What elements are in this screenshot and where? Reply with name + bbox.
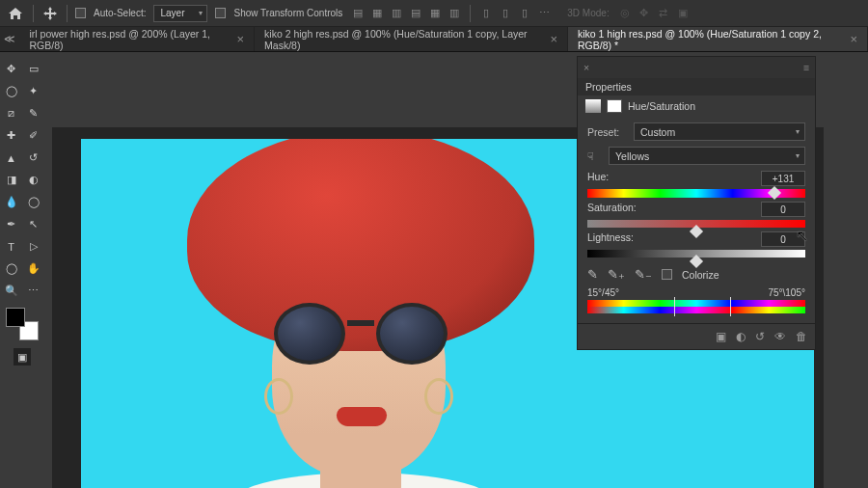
3d-slide-icon[interactable]: ⇄ bbox=[656, 6, 671, 21]
auto-select-value: Layer bbox=[160, 8, 184, 18]
colorize-checkbox[interactable] bbox=[662, 269, 672, 280]
path-tool[interactable]: ↖ bbox=[22, 213, 44, 235]
dodge-tool[interactable]: ◯ bbox=[22, 191, 44, 213]
eraser-tool[interactable]: ◨ bbox=[0, 169, 22, 191]
marquee-tool[interactable]: ▭ bbox=[22, 58, 44, 80]
channel-dropdown[interactable]: Yellows bbox=[609, 147, 805, 165]
tab-1[interactable]: kiko 2 high res.psd @ 100% (Hue/Saturati… bbox=[255, 27, 568, 51]
tab-0[interactable]: irl power high res.psd @ 200% (Layer 1, … bbox=[19, 27, 255, 51]
saturation-slider[interactable] bbox=[587, 220, 805, 228]
targeted-adjustment-tool[interactable]: ☟ bbox=[587, 150, 603, 162]
distribute-3-icon[interactable]: ▯ bbox=[517, 6, 532, 21]
eyedropper-tool[interactable]: ✎ bbox=[22, 102, 44, 124]
reset-icon[interactable]: ↺ bbox=[755, 330, 765, 343]
edit-toolbar[interactable]: ⋯ bbox=[22, 280, 44, 302]
align-left-icon[interactable]: ▤ bbox=[350, 6, 366, 21]
close-icon[interactable]: × bbox=[550, 32, 557, 46]
tabs-scroll-left[interactable]: ≪ bbox=[0, 27, 19, 51]
align-right-icon[interactable]: ▥ bbox=[389, 6, 404, 21]
distribute-2-icon[interactable]: ▯ bbox=[498, 6, 513, 21]
eyedropper-subtract-icon[interactable]: ✎₋ bbox=[635, 267, 652, 282]
blur-tool[interactable]: 💧 bbox=[0, 191, 22, 213]
previous-state-icon[interactable]: ◐ bbox=[736, 330, 746, 343]
tools-panel: ✥ ▭ ◯ ✦ ⧄ ✎ ✚ ✐ ▲ ↺ ◨ ◐ 💧 ◯ ✒ ↖ T ▷ ◯ ✋ … bbox=[0, 56, 44, 367]
history-brush-tool[interactable]: ↺ bbox=[22, 147, 44, 169]
align-vcenter-icon[interactable]: ▦ bbox=[427, 6, 443, 21]
align-bottom-icon[interactable]: ▥ bbox=[447, 6, 462, 21]
preset-dropdown[interactable]: Custom bbox=[634, 122, 805, 141]
channel-value: Yellows bbox=[615, 150, 649, 162]
gradient-tool[interactable]: ◐ bbox=[22, 169, 44, 191]
lightness-slider-thumb[interactable] bbox=[690, 255, 703, 268]
hue-slider-thumb[interactable] bbox=[768, 186, 781, 200]
heal-tool[interactable]: ✚ bbox=[0, 124, 22, 147]
illustration bbox=[337, 407, 387, 426]
saturation-value[interactable]: 0 bbox=[761, 202, 805, 217]
properties-panel: × ≡ Properties Hue/Saturation Preset: Cu… bbox=[577, 56, 816, 350]
align-group: ▤ ▦ ▥ ▤ ▦ ▥ bbox=[350, 6, 462, 21]
color-range-bar[interactable] bbox=[587, 300, 805, 313]
shape-tool[interactable]: ◯ bbox=[0, 258, 22, 280]
move-tool[interactable]: ✥ bbox=[0, 58, 22, 80]
stamp-tool[interactable]: ▲ bbox=[0, 147, 22, 169]
mode3d-label: 3D Mode: bbox=[567, 8, 609, 18]
panel-menu-icon[interactable]: ≡ bbox=[803, 62, 809, 73]
hue-label: Hue: bbox=[587, 171, 609, 186]
align-top-icon[interactable]: ▤ bbox=[408, 6, 423, 21]
screen-mode[interactable]: ▣ bbox=[14, 348, 31, 366]
wand-tool[interactable]: ✦ bbox=[22, 80, 44, 102]
brush-tool[interactable]: ✐ bbox=[22, 124, 44, 147]
zoom-tool[interactable]: 🔍 bbox=[0, 280, 22, 302]
move-icon[interactable] bbox=[41, 5, 59, 22]
3d-pan-icon[interactable]: ✥ bbox=[637, 6, 652, 21]
show-transform-checkbox[interactable] bbox=[215, 8, 226, 18]
lightness-slider[interactable] bbox=[587, 250, 805, 258]
panel-header[interactable]: × ≡ bbox=[578, 57, 815, 78]
lasso-tool[interactable]: ◯ bbox=[0, 80, 22, 102]
illustration bbox=[424, 378, 453, 415]
foreground-color[interactable] bbox=[6, 308, 25, 327]
divider bbox=[67, 5, 68, 22]
collapse-icon[interactable]: × bbox=[583, 62, 589, 73]
close-icon[interactable]: × bbox=[236, 32, 244, 46]
tab-label: kiko 1 high res.psd @ 100% (Hue/Saturati… bbox=[578, 28, 844, 51]
distribute-1-icon[interactable]: ▯ bbox=[478, 6, 494, 21]
illustration bbox=[274, 303, 448, 361]
more-icon[interactable]: ⋯ bbox=[536, 6, 552, 21]
divider bbox=[33, 5, 34, 22]
crop-tool[interactable]: ⧄ bbox=[0, 102, 22, 124]
eyedropper-add-icon[interactable]: ✎₊ bbox=[608, 267, 625, 282]
panel-title: Properties bbox=[578, 78, 815, 95]
mode3d-group: ◎ ✥ ⇄ ▣ bbox=[617, 6, 691, 21]
align-hcenter-icon[interactable]: ▦ bbox=[369, 6, 385, 21]
hand-tool[interactable]: ✋ bbox=[22, 258, 44, 280]
trash-icon[interactable]: 🗑 bbox=[796, 330, 807, 343]
clip-to-layer-icon[interactable]: ▣ bbox=[716, 330, 726, 343]
lightness-value[interactable]: 0 bbox=[761, 231, 805, 247]
close-icon[interactable]: × bbox=[850, 32, 857, 46]
document-tabs: ≪ irl power high res.psd @ 200% (Layer 1… bbox=[0, 27, 868, 52]
auto-select-checkbox[interactable] bbox=[75, 8, 86, 18]
type-tool[interactable]: T bbox=[0, 235, 22, 258]
lightness-label: Lightness: bbox=[587, 231, 634, 247]
visibility-icon[interactable]: 👁 bbox=[774, 330, 786, 343]
adjustment-icon bbox=[585, 99, 601, 113]
tab-label: irl power high res.psd @ 200% (Layer 1, … bbox=[29, 28, 231, 51]
mask-icon bbox=[607, 99, 622, 113]
hue-slider[interactable] bbox=[587, 189, 805, 198]
tab-2[interactable]: kiko 1 high res.psd @ 100% (Hue/Saturati… bbox=[568, 27, 868, 51]
saturation-label: Saturation: bbox=[587, 202, 637, 217]
pen-tool[interactable]: ✒ bbox=[0, 213, 22, 235]
auto-select-dropdown[interactable]: Layer bbox=[153, 5, 207, 22]
hue-value[interactable]: +131 bbox=[761, 171, 805, 186]
options-bar: Auto-Select: Layer Show Transform Contro… bbox=[0, 0, 868, 27]
eyedropper-icon[interactable]: ✎ bbox=[587, 267, 598, 282]
color-swatches[interactable] bbox=[6, 308, 39, 340]
preset-value: Custom bbox=[640, 126, 675, 138]
3d-camera-icon[interactable]: ▣ bbox=[675, 6, 691, 21]
direct-select-tool[interactable]: ▷ bbox=[22, 235, 44, 258]
3d-orbit-icon[interactable]: ◎ bbox=[617, 6, 633, 21]
range-markers[interactable] bbox=[674, 297, 731, 316]
adjustment-header: Hue/Saturation bbox=[578, 95, 815, 117]
home-button[interactable] bbox=[6, 4, 25, 23]
